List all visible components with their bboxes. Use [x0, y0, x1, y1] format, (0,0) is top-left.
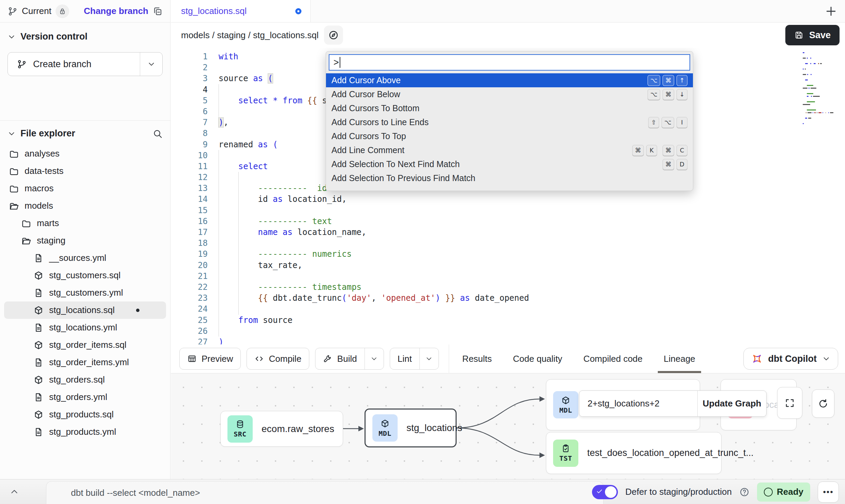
help-icon[interactable]: [739, 487, 750, 497]
lint-options-caret[interactable]: [419, 348, 439, 369]
tab-lineage[interactable]: Lineage: [653, 344, 706, 373]
file-tree-item-stg-locations-yml[interactable]: stg_locations.yml: [4, 319, 166, 336]
copy-icon[interactable]: [152, 6, 163, 16]
cube-icon: [33, 340, 44, 350]
file-tree-item-stg-customers-yml[interactable]: stg_customers.yml: [4, 284, 166, 301]
search-icon[interactable]: [152, 129, 163, 139]
code-line-23[interactable]: 23 {{ dbt.date_trunc('day', 'opened_at')…: [171, 293, 845, 303]
file-tree-item-stg-order-items-yml[interactable]: stg_order_items.yml: [4, 354, 166, 371]
tab-compiled-code[interactable]: Compiled code: [573, 344, 653, 373]
badge-text: SRC: [234, 430, 247, 438]
chevron-down-icon: [370, 355, 378, 362]
file-tree-item-stg-locations-sql[interactable]: stg_locations.sql: [4, 301, 166, 319]
code-line-20[interactable]: 20 tax_rate,: [171, 260, 845, 271]
key-cap: I: [677, 117, 687, 128]
explore-button[interactable]: [324, 26, 343, 45]
lineage-node-stg-locations[interactable]: MDL stg_locations: [365, 409, 457, 447]
code-line-27[interactable]: 27): [171, 337, 845, 344]
line-number: 11: [171, 161, 208, 172]
code-line-15[interactable]: 15: [171, 205, 845, 216]
file-name: stg_orders.sql: [49, 374, 105, 385]
code-line-24[interactable]: 24: [171, 303, 845, 314]
lineage-selector-bar: 2+stg_locations+2 Update Graph: [579, 390, 767, 417]
lineage-selector-input[interactable]: 2+stg_locations+2: [579, 391, 697, 416]
fullscreen-button[interactable]: [777, 387, 802, 419]
file-tree-item-stg-products-sql[interactable]: stg_products.sql: [4, 406, 166, 423]
file-tree: analysesdata-testsmacrosmodelsmartsstagi…: [0, 144, 170, 442]
lineage-node-test[interactable]: TST test_does_location_opened_at_trunc_t…: [546, 432, 722, 474]
key-cap: ⌘: [663, 75, 674, 86]
file-tree-item-models[interactable]: models: [4, 197, 166, 214]
command-item-add-selection-to-previous-find-match[interactable]: Add Selection To Previous Find Match: [326, 171, 693, 185]
compile-button[interactable]: Compile: [247, 348, 309, 370]
file-tree-item-analyses[interactable]: analyses: [4, 145, 166, 162]
save-button[interactable]: Save: [785, 25, 840, 45]
status-badge[interactable]: Ready: [757, 483, 810, 502]
build-options-caret[interactable]: [365, 348, 384, 369]
tab-results[interactable]: Results: [452, 344, 503, 373]
version-control-header[interactable]: Version control: [8, 31, 163, 42]
new-tab-button[interactable]: [825, 5, 837, 18]
key-cap: ⌥: [648, 75, 660, 86]
line-number: 4: [171, 84, 208, 95]
cube-icon: [33, 375, 44, 385]
file-tree-item-stg-products-yml[interactable]: stg_products.yml: [4, 423, 166, 441]
line-number: 3: [171, 73, 208, 84]
refresh-button[interactable]: [812, 389, 834, 418]
code-line-16[interactable]: 16 ---------- text: [171, 216, 845, 227]
code-line-18[interactable]: 18: [171, 238, 845, 249]
minimap[interactable]: [801, 52, 833, 125]
update-graph-button[interactable]: Update Graph: [697, 391, 766, 416]
table-icon: [187, 354, 197, 364]
command-item-add-cursor-below[interactable]: Add Cursor Below⌥⌘↓: [326, 87, 693, 101]
code-line-22[interactable]: 22 ---------- timestamps: [171, 282, 845, 293]
lint-button[interactable]: Lint: [390, 348, 439, 370]
file-tree-item--sources-yml[interactable]: __sources.yml: [4, 249, 166, 267]
indent-guide: [219, 326, 219, 337]
key-cap: ⌘: [663, 89, 674, 100]
command-palette-input[interactable]: >: [329, 54, 690, 71]
code-line-19[interactable]: 19 ---------- numerics: [171, 249, 845, 260]
code-line-17[interactable]: 17 name as location_name,: [171, 227, 845, 238]
create-branch-button[interactable]: Create branch: [8, 52, 163, 76]
change-branch-link[interactable]: Change branch: [84, 6, 148, 16]
file-tree-item-stg-orders-sql[interactable]: stg_orders.sql: [4, 371, 166, 388]
lineage-canvas[interactable]: MDL locations locatio SRC ecom.raw_store…: [171, 373, 845, 479]
command-input-area[interactable]: dbt build --select <model_name>: [46, 481, 604, 504]
code-line-21[interactable]: 21: [171, 271, 845, 282]
file-name: stg_products.yml: [49, 427, 116, 437]
key-cap: C: [677, 145, 687, 156]
code-editor[interactable]: 1with23source as (45 select * from {{ so…: [171, 48, 845, 344]
tab-code-quality[interactable]: Code quality: [502, 344, 573, 373]
file-tree-item-stg-order-items-sql[interactable]: stg_order_items.sql: [4, 336, 166, 354]
file-tree-item-data-tests[interactable]: data-tests: [4, 162, 166, 180]
create-branch-main[interactable]: Create branch: [8, 53, 140, 76]
create-branch-caret[interactable]: [140, 53, 162, 76]
command-item-add-cursors-to-bottom[interactable]: Add Cursors To Bottom: [326, 101, 693, 115]
expand-panel-chevron[interactable]: [10, 487, 19, 496]
preview-button[interactable]: Preview: [179, 348, 241, 370]
lineage-node-source[interactable]: SRC ecom.raw_stores: [220, 411, 343, 447]
file-tree-item-macros[interactable]: macros: [4, 180, 166, 197]
file-tree-item-marts[interactable]: marts: [4, 214, 166, 232]
file-tree-item-stg-customers-sql[interactable]: stg_customers.sql: [4, 267, 166, 284]
line-number: 16: [171, 216, 208, 227]
code-line-14[interactable]: 14 id as location_id,: [171, 194, 845, 205]
command-item-add-cursors-to-top[interactable]: Add Cursors To Top: [326, 129, 693, 143]
file-tree-item-stg-orders-yml[interactable]: stg_orders.yml: [4, 388, 166, 406]
command-item-add-selection-to-next-find-match[interactable]: Add Selection To Next Find Match⌘D: [326, 157, 693, 171]
command-item-add-line-comment[interactable]: Add Line Comment⌘K⌘C: [326, 143, 693, 157]
code-line-25[interactable]: 25 from source: [171, 315, 845, 326]
more-options-button[interactable]: •••: [818, 481, 839, 503]
code-line-26[interactable]: 26: [171, 326, 845, 337]
command-item-add-cursor-above[interactable]: Add Cursor Above⌥⌘↑: [326, 73, 693, 87]
command-item-add-cursors-to-line-ends[interactable]: Add Cursors to Line Ends⇧⌥I: [326, 115, 693, 129]
file-tree-item-staging[interactable]: staging: [4, 232, 166, 249]
chevron-down-icon: [8, 33, 16, 41]
tab-stg-locations[interactable]: stg_locations.sql: [171, 0, 311, 22]
indent-guide: [219, 150, 219, 161]
defer-toggle[interactable]: [592, 485, 618, 499]
dbt-copilot-button[interactable]: dbt Copilot: [743, 348, 838, 370]
code-text: ---------- ids: [219, 183, 332, 194]
build-button[interactable]: Build: [315, 348, 384, 370]
